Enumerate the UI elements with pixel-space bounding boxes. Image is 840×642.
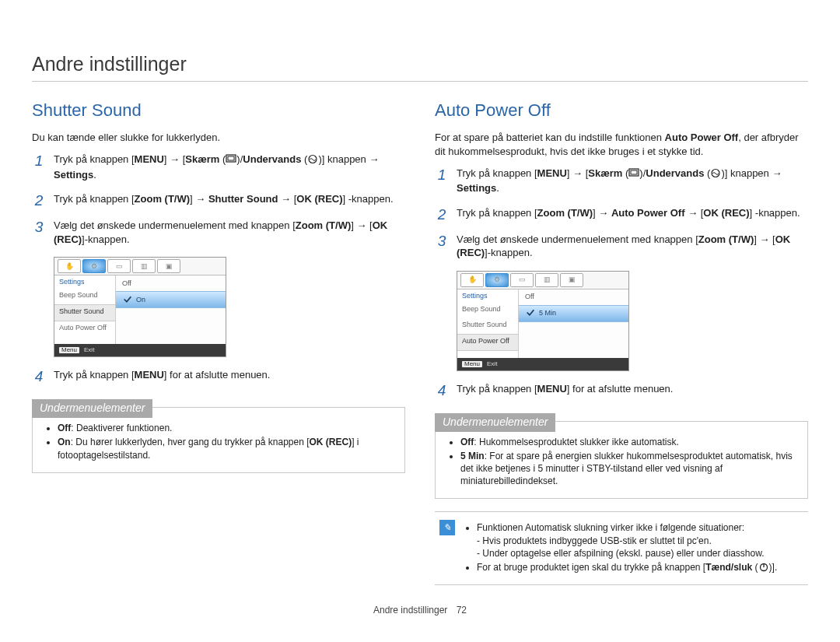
- underwater-label: Undervands: [646, 167, 704, 179]
- lcd-tab-icon: ▥: [132, 259, 156, 273]
- zoom-label: Zoom (T/W): [537, 207, 593, 219]
- step-body: Vælg det ønskede undermenuelement med kn…: [457, 233, 808, 260]
- lcd-tab-icon: ⚙: [485, 273, 509, 287]
- screen-label: Skærm: [588, 167, 622, 179]
- text: Vælg det ønskede undermenuelement med kn…: [457, 233, 698, 245]
- menu-label: MENU: [537, 167, 567, 179]
- text: (: [752, 562, 758, 573]
- step-body: Tryk på knappen [MENU] for at afslutte m…: [457, 382, 808, 398]
- lcd-foot-text: Exit: [487, 361, 497, 367]
- text: ] → [: [164, 153, 185, 165]
- term: 5 Min: [460, 451, 485, 461]
- step: 2 Tryk på knappen [Zoom (T/W)] → Auto Po…: [435, 206, 808, 222]
- submenu-box: Undermenuelementer Off: Deaktiverer funk…: [32, 407, 405, 473]
- text: )].: [769, 562, 778, 573]
- step-number: 3: [435, 233, 449, 260]
- lcd-main: Off On: [116, 275, 226, 344]
- ok-rec-label: OK (REC): [296, 193, 342, 205]
- note-list: Funktionen Automatisk slukning virker ik…: [464, 520, 777, 577]
- lcd-option: Off: [519, 289, 628, 305]
- text: 5 Min: [539, 310, 556, 317]
- text: : Du hører lukkerlyden, hver gang du try…: [71, 437, 310, 447]
- step: 1 Tryk på knappen [MENU] → [Skærm ()/Und…: [435, 167, 808, 195]
- lcd-tab-icon: ✋: [58, 259, 81, 273]
- lcd-sidebar: Settings Beep Sound Shutter Sound Auto P…: [457, 289, 519, 358]
- text: .: [93, 169, 96, 181]
- underwater-icon: [710, 168, 721, 182]
- section-intro: Du kan tænde eller slukke for lukkerlyde…: [32, 131, 405, 145]
- zoom-label: Zoom (T/W): [135, 193, 190, 205]
- lcd-tab-bar: ✋ ⚙ ▭ ▥ ▣: [54, 258, 226, 275]
- step-body: Tryk på knappen [Zoom (T/W)] → Auto Powe…: [457, 206, 808, 222]
- text: ] → [: [754, 233, 775, 245]
- power-label: Tænd/sluk: [705, 562, 752, 573]
- step-body: Vælg det ønskede undermenuelement med kn…: [54, 219, 405, 246]
- list-item: 5 Min: For at spare på energien slukker …: [460, 450, 796, 488]
- text: Funktionen Automatisk slukning virker ik…: [477, 522, 744, 533]
- text: .: [496, 182, 499, 194]
- screen-icon: [226, 154, 236, 168]
- section-intro: For at spare på batteriet kan du indstil…: [435, 131, 808, 158]
- lcd-side-item: Shutter Sound: [54, 304, 115, 321]
- submenu-label: Undermenuelementer: [32, 399, 152, 418]
- lcd-side-title: Settings: [457, 289, 518, 303]
- text: Tryk på knappen [: [54, 369, 135, 381]
- left-column: Shutter Sound Du kan tænde eller slukke …: [32, 99, 405, 585]
- svg-rect-4: [631, 170, 637, 174]
- text: )] knappen →: [721, 167, 782, 179]
- manual-page: Andre indstillinger Shutter Sound Du kan…: [0, 0, 840, 640]
- lcd-side-item: Auto Power Off: [54, 321, 115, 337]
- term: Off: [58, 423, 71, 433]
- list-item: For at bruge produktet igen skal du tryk…: [477, 561, 777, 575]
- text: ] → [: [351, 219, 372, 231]
- text: For at bruge produktet igen skal du tryk…: [477, 562, 705, 573]
- submenu-list: Off: Deaktiverer funktionen. On: Du høre…: [44, 422, 394, 461]
- screen-label: Skærm: [185, 153, 219, 165]
- lcd-option: Off: [116, 275, 226, 291]
- text: Tryk på knappen [: [457, 207, 537, 219]
- text: Tryk på knappen [: [54, 153, 135, 165]
- section-heading-shutter: Shutter Sound: [32, 99, 405, 122]
- screen-icon: [628, 168, 639, 182]
- settings-label: Settings: [457, 182, 496, 194]
- power-icon: [758, 562, 769, 575]
- lcd-tab-icon: ✋: [460, 273, 484, 287]
- lcd-sidebar: Settings Beep Sound Shutter Sound Auto P…: [54, 275, 116, 344]
- page-footer: Andre indstillinger 72: [32, 604, 808, 616]
- lcd-screenshot: ✋ ⚙ ▭ ▥ ▣ Settings Beep Sound Shutter So…: [54, 257, 226, 357]
- lcd-side-item: Beep Sound: [54, 289, 115, 304]
- text: : Hukommelsesproduktet slukker ikke auto…: [474, 437, 678, 447]
- step-number: 3: [32, 219, 46, 246]
- text: (: [704, 167, 710, 179]
- text: ]-knappen.: [82, 233, 129, 245]
- step-body: Tryk på knappen [Zoom (T/W)] → Shutter S…: [54, 192, 405, 208]
- ok-rec-label: OK (REC): [310, 437, 352, 447]
- step-body: Tryk på knappen [MENU] → [Skærm ()/Under…: [54, 153, 405, 181]
- lcd-foot-button: Menu: [59, 347, 79, 353]
- section-heading-auto-power-off: Auto Power Off: [435, 99, 808, 122]
- step: 4 Tryk på knappen [MENU] for at afslutte…: [435, 382, 808, 398]
- lcd-side-title: Settings: [54, 275, 115, 289]
- text: - Under optagelse eller afspilning (eksk…: [477, 548, 765, 559]
- lcd-body: Settings Beep Sound Shutter Sound Auto P…: [457, 289, 628, 358]
- step: 2 Tryk på knappen [Zoom (T/W)] → Shutter…: [32, 192, 405, 208]
- submenu-box: Undermenuelementer Off: Hukommelsesprodu…: [435, 421, 808, 500]
- footer-label: Andre indstillinger: [373, 605, 447, 616]
- text: (: [219, 153, 226, 165]
- title-divider: [32, 81, 808, 82]
- shutter-sound-label: Shutter Sound: [208, 193, 278, 205]
- step-number: 2: [32, 192, 46, 208]
- lcd-tab-icon: ▥: [535, 273, 558, 287]
- note-icon: ✎: [439, 520, 455, 535]
- step: 3 Vælg det ønskede undermenuelement med …: [435, 233, 808, 260]
- lcd-footer: Menu Exit: [54, 344, 226, 356]
- menu-label: MENU: [135, 153, 164, 165]
- term: Off: [460, 437, 474, 447]
- lcd-main: Off 5 Min: [519, 289, 628, 358]
- text: ] for at afslutte menuen.: [567, 383, 674, 395]
- ok-rec-label: OK (REC): [703, 207, 749, 219]
- step-body: Tryk på knappen [MENU] for at afslutte m…: [54, 368, 405, 384]
- text: ]-knappen.: [485, 247, 532, 258]
- lcd-tab-bar: ✋ ⚙ ▭ ▥ ▣: [457, 272, 628, 289]
- submenu-list: Off: Hukommelsesproduktet slukker ikke a…: [446, 436, 796, 488]
